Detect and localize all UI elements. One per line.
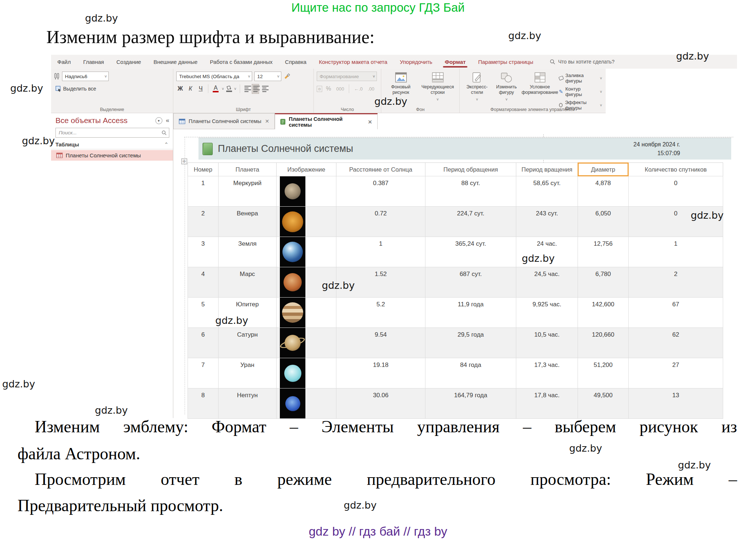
mercury-image[interactable] <box>280 176 305 206</box>
cell-Венера-5[interactable]: 243 сут. <box>516 206 578 237</box>
cell-Нептун-3[interactable]: 30.06 <box>336 388 425 419</box>
cell-Венера-1[interactable]: Венера <box>218 206 277 237</box>
number-format-combobox[interactable]: Форматирование ˅ <box>317 72 377 81</box>
cell-Сатурн-5[interactable]: 10,5 час. <box>516 328 578 358</box>
planet-image-cell[interactable] <box>276 328 336 358</box>
shape-fill-button[interactable]: Заливка фигуры ˅ <box>559 73 602 84</box>
nav-menu-icon[interactable]: ▾ <box>155 117 162 124</box>
cell-Земля-6[interactable]: 12,756 <box>578 237 629 267</box>
cell-Земля-4[interactable]: 365,24 сут. <box>425 237 516 267</box>
column-header-3[interactable]: Расстояние от Солнца <box>336 162 425 176</box>
report-header-band[interactable]: Планеты Солнечной системы 24 ноября 2024… <box>198 138 731 160</box>
thousands-format-icon[interactable]: 000 <box>335 86 346 92</box>
nav-section-tables[interactable]: Таблицы ⌃ <box>51 139 173 149</box>
cell-Нептун-1[interactable]: Нептун <box>218 388 277 419</box>
earth-image[interactable] <box>280 237 305 267</box>
mars-image[interactable] <box>280 267 305 297</box>
cell-Меркурий-1[interactable]: Меркурий <box>218 176 277 207</box>
report-title[interactable]: Планеты Солнечной системы <box>218 143 375 154</box>
uranus-image[interactable] <box>280 358 305 388</box>
cell-Юпитер-7[interactable]: 67 <box>628 297 723 328</box>
font-color-button[interactable]: А <box>212 85 220 92</box>
cell-Меркурий-4[interactable]: 88 сут. <box>425 176 516 207</box>
cell-Марс-0[interactable]: 4 <box>188 267 219 298</box>
conditional-formatting-button[interactable]: Условное форматирование <box>521 71 558 106</box>
column-header-1[interactable]: Планета <box>218 162 277 176</box>
neptune-image[interactable] <box>280 388 305 418</box>
ribbon-tab-Параметры страницы[interactable]: Параметры страницы <box>472 55 539 69</box>
alternate-rows-button[interactable]: Чередующиеся строки ˅ <box>419 71 456 106</box>
column-header-4[interactable]: Период обращения <box>425 162 516 176</box>
cell-Меркурий-5[interactable]: 58,65 сут. <box>516 176 578 207</box>
ribbon-tab-Работа с базами данных[interactable]: Работа с базами данных <box>204 55 279 69</box>
tell-me-search[interactable]: Что вы хотите сделать? <box>550 59 615 65</box>
chevron-down-icon[interactable]: ˅ <box>234 87 236 91</box>
format-painter-icon[interactable] <box>284 73 291 80</box>
cell-Нептун-4[interactable]: 164,79 года <box>425 388 516 419</box>
cell-Меркурий-0[interactable]: 1 <box>188 176 219 207</box>
font-size-combobox[interactable]: 12 ˅ <box>254 72 281 81</box>
bold-button[interactable]: Ж <box>176 85 184 92</box>
align-center-button[interactable] <box>252 84 259 93</box>
venus-image[interactable] <box>280 207 305 237</box>
cell-Юпитер-6[interactable]: 142,600 <box>578 297 629 328</box>
italic-button[interactable]: К <box>186 85 194 92</box>
cell-Сатурн-4[interactable]: 29,5 года <box>425 328 516 358</box>
ribbon-tab-Конструктор макета отчета[interactable]: Конструктор макета отчета <box>313 55 394 69</box>
planet-image-cell[interactable] <box>276 176 336 207</box>
ribbon-tab-Формат[interactable]: Формат <box>439 55 472 69</box>
column-header-2[interactable]: Изображение <box>276 162 336 176</box>
cell-Меркурий-3[interactable]: 0.387 <box>336 176 425 207</box>
shutter-close-icon[interactable]: « <box>166 117 169 124</box>
close-icon[interactable]: ✕ <box>368 119 372 125</box>
close-icon[interactable]: ✕ <box>265 118 269 124</box>
font-name-combobox[interactable]: Trebuchet MS (Область да ˅ <box>176 72 252 81</box>
cell-Уран-1[interactable]: Уран <box>218 358 277 388</box>
increase-decimals-icon[interactable]: ←.0 <box>352 86 364 92</box>
cell-Сатурн-0[interactable]: 6 <box>188 328 219 358</box>
column-header-0[interactable]: Номер <box>188 162 219 176</box>
ribbon-tab-Справка[interactable]: Справка <box>279 55 313 69</box>
align-right-button[interactable] <box>261 84 267 93</box>
ribbon-tab-Главная[interactable]: Главная <box>77 55 110 69</box>
cell-Венера-4[interactable]: 224,7 сут. <box>425 206 516 237</box>
column-header-5[interactable]: Период вращения <box>516 162 578 176</box>
cell-Сатурн-7[interactable]: 62 <box>628 328 723 358</box>
cell-Уран-5[interactable]: 17,3 час. <box>516 358 578 388</box>
planet-image-cell[interactable] <box>276 358 336 388</box>
cell-Нептун-0[interactable]: 8 <box>188 388 219 419</box>
cell-Земля-0[interactable]: 3 <box>188 237 219 267</box>
cell-Уран-6[interactable]: 51,200 <box>578 358 629 388</box>
saturn-image[interactable] <box>280 328 305 358</box>
cell-Венера-0[interactable]: 2 <box>188 206 219 237</box>
currency-format-icon[interactable]: ¤ <box>317 86 322 92</box>
ribbon-tab-Упорядочить[interactable]: Упорядочить <box>394 55 439 69</box>
cell-Уран-4[interactable]: 84 года <box>425 358 516 388</box>
column-header-7[interactable]: Количество спутников <box>628 162 723 176</box>
cell-Земля-7[interactable]: 1 <box>628 237 723 267</box>
cell-Венера-6[interactable]: 6,050 <box>578 206 629 237</box>
layout-selector-icon[interactable]: ✛ <box>181 158 187 164</box>
cell-Марс-4[interactable]: 687 сут. <box>425 267 516 298</box>
cell-Марс-1[interactable]: Марс <box>218 267 277 298</box>
cell-Сатурн-6[interactable]: 120,660 <box>578 328 629 358</box>
nav-item-planets-table[interactable]: Планеты Солнечной системы <box>51 150 173 161</box>
cell-Уран-3[interactable]: 19.18 <box>336 358 425 388</box>
cell-Марс-7[interactable]: 2 <box>628 267 723 298</box>
cell-Уран-0[interactable]: 7 <box>188 358 219 388</box>
cell-Нептун-5[interactable]: 17,8 час. <box>516 388 578 419</box>
cell-Нептун-7[interactable]: 13 <box>628 388 723 419</box>
report-logo-icon[interactable] <box>202 143 213 155</box>
report-datetime[interactable]: 24 ноября 2024 г. 15:07:09 <box>633 140 680 158</box>
object-selector-combobox[interactable]: Надпись6 ˅ <box>62 72 109 81</box>
doc-tab-table[interactable]: Планеты Солнечной системы ✕ <box>173 113 275 129</box>
planet-image-cell[interactable] <box>276 388 336 419</box>
cell-Меркурий-6[interactable]: 4,878 <box>578 176 629 207</box>
cell-Юпитер-4[interactable]: 11,9 года <box>425 297 516 328</box>
cell-Сатурн-3[interactable]: 9.54 <box>336 328 425 358</box>
align-left-button[interactable] <box>243 84 250 93</box>
ribbon-tab-Создание[interactable]: Создание <box>110 55 147 69</box>
percent-format-icon[interactable]: % <box>324 85 332 92</box>
cell-Юпитер-5[interactable]: 9,925 час. <box>516 297 578 328</box>
jupiter-image[interactable] <box>280 298 305 328</box>
